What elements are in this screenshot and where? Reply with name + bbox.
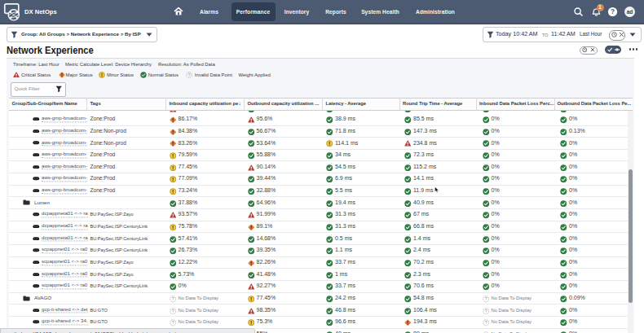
svg-text:?: ? bbox=[188, 73, 191, 77]
svg-text:?: ? bbox=[611, 8, 615, 15]
svg-text:?: ? bbox=[171, 309, 174, 313]
svg-text:?: ? bbox=[484, 296, 487, 301]
svg-text:?: ? bbox=[171, 296, 174, 301]
svg-text:?: ? bbox=[484, 320, 487, 325]
svg-text:?: ? bbox=[484, 309, 487, 313]
svg-text:?: ? bbox=[171, 320, 174, 325]
